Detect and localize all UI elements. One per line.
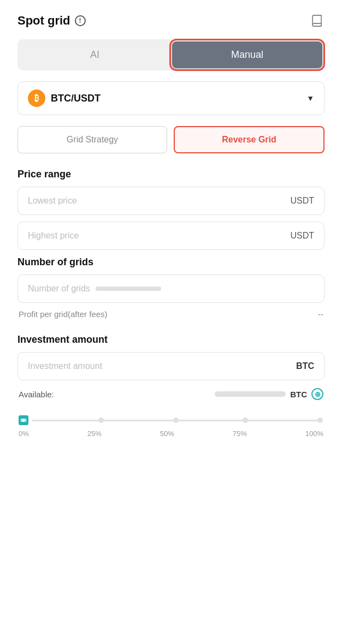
reverse-grid-button[interactable]: Reverse Grid: [174, 126, 325, 153]
lowest-price-field[interactable]: Lowest price USDT: [17, 187, 325, 215]
price-range-section: Price range Lowest price USDT Highest pr…: [17, 169, 325, 250]
profit-value: --: [318, 309, 323, 319]
grids-placeholder: Number of grids: [28, 284, 90, 294]
lowest-price-placeholder: Lowest price: [28, 196, 77, 206]
investment-unit: BTC: [296, 361, 314, 371]
transfer-icon[interactable]: ⊕: [311, 388, 323, 400]
svg-rect-0: [21, 419, 26, 422]
investment-section: Investment amount Investment amount BTC: [17, 334, 325, 380]
available-row: Available: BTC ⊕: [17, 388, 325, 400]
highest-price-unit: USDT: [290, 231, 314, 241]
btc-icon: ₿: [28, 90, 45, 107]
slider-dot-100: [317, 418, 323, 423]
book-icon[interactable]: [309, 13, 325, 28]
pair-label: BTC/USDT: [51, 93, 101, 104]
available-unit: BTC: [290, 390, 307, 399]
number-of-grids-section: Number of grids Number of grids: [17, 257, 325, 303]
header-left: Spot grid !: [17, 14, 86, 28]
info-icon[interactable]: !: [75, 15, 86, 26]
slider-thumb-icon[interactable]: [19, 415, 28, 425]
investment-field[interactable]: Investment amount BTC: [17, 352, 325, 380]
slider-label-50: 50%: [160, 430, 174, 438]
profit-label: Profit per grid(after fees): [19, 309, 108, 319]
grids-input-wrapper[interactable]: Number of grids: [17, 275, 325, 303]
slider-dot-50: [173, 418, 179, 423]
pair-selector[interactable]: ₿ BTC/USDT ▼: [17, 81, 325, 115]
slider-dot-25: [98, 418, 104, 423]
price-range-label: Price range: [17, 169, 325, 180]
mode-toggle: AI Manual: [17, 39, 325, 70]
investment-label: Investment amount: [17, 334, 325, 345]
slider-dot-75: [243, 418, 248, 423]
available-right: BTC ⊕: [215, 388, 323, 400]
grids-input-left: Number of grids: [28, 284, 161, 294]
slider-label-100: 100%: [305, 430, 323, 438]
lowest-price-unit: USDT: [290, 196, 314, 206]
highest-price-placeholder: Highest price: [28, 231, 79, 241]
ai-mode-button[interactable]: AI: [20, 41, 170, 68]
strategy-row: Grid Strategy Reverse Grid: [17, 126, 325, 153]
manual-mode-button[interactable]: Manual: [172, 41, 322, 68]
slider-label-0: 0%: [19, 430, 29, 438]
available-bar: [215, 391, 286, 397]
slider-labels: 0% 25% 50% 75% 100%: [19, 430, 323, 438]
grid-strategy-button[interactable]: Grid Strategy: [17, 126, 167, 153]
slider-label-25: 25%: [87, 430, 102, 438]
slider-track-row[interactable]: [19, 415, 323, 425]
slider-track[interactable]: [32, 420, 320, 421]
pair-left: ₿ BTC/USDT: [28, 90, 101, 107]
dropdown-arrow-icon: ▼: [306, 94, 314, 103]
page-title: Spot grid: [17, 14, 70, 28]
highest-price-field[interactable]: Highest price USDT: [17, 222, 325, 250]
page-header: Spot grid !: [17, 13, 325, 28]
percentage-slider-section: 0% 25% 50% 75% 100%: [17, 415, 325, 438]
profit-row: Profit per grid(after fees) --: [17, 309, 325, 319]
slider-label-75: 75%: [233, 430, 247, 438]
available-label: Available:: [19, 390, 54, 399]
grids-slider-mini: [96, 287, 161, 291]
number-grids-label: Number of grids: [17, 257, 325, 268]
investment-placeholder: Investment amount: [28, 361, 102, 371]
